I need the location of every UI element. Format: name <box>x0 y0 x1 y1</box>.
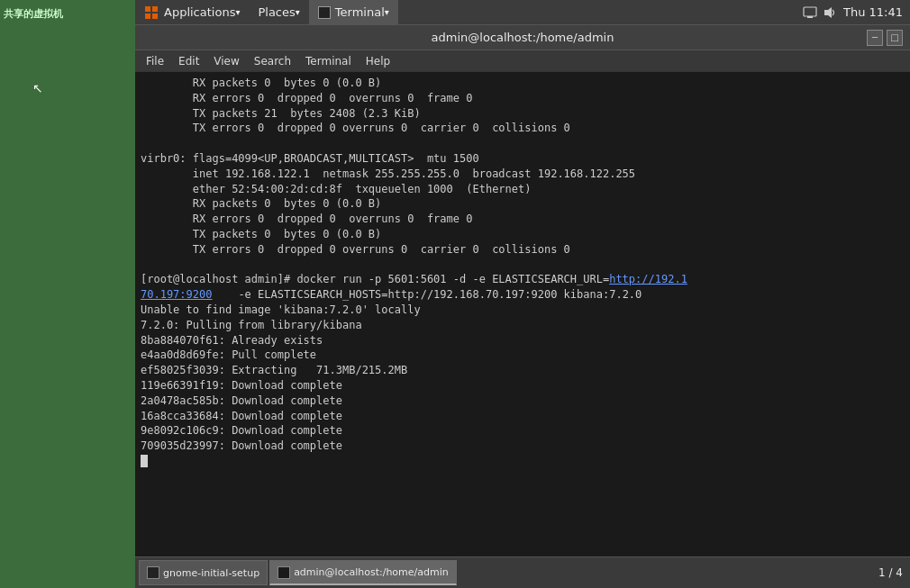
apps-icon <box>144 5 159 20</box>
terminal-output[interactable]: RX packets 0 bytes 0 (0.0 B) RX errors 0… <box>135 72 910 556</box>
places-menu[interactable]: Places <box>249 0 308 25</box>
terminal-title: admin@localhost:/home/admin <box>178 31 867 44</box>
terminal-window: admin@localhost:/home/admin ─ □ File Edi… <box>135 25 910 556</box>
window-controls: ─ □ <box>867 30 903 46</box>
places-label: Places <box>258 5 295 19</box>
terminal-task-label: admin@localhost:/home/admin <box>294 566 449 578</box>
url-link[interactable]: http://192.1 <box>609 273 687 285</box>
svg-rect-2 <box>145 14 150 19</box>
terminal-titlebar: admin@localhost:/home/admin ─ □ <box>135 25 910 50</box>
terminal-applet[interactable]: Terminal <box>309 0 398 25</box>
sys-bar-left: Applications Places Terminal <box>135 0 803 25</box>
menu-search[interactable]: Search <box>247 50 298 72</box>
url-link-2[interactable]: 70.197:9200 <box>141 288 212 301</box>
clock-display: Thu 11:41 <box>843 5 903 19</box>
sys-tray-icons <box>803 5 836 20</box>
terminal-task-icon <box>278 566 290 579</box>
svg-marker-6 <box>824 7 832 18</box>
taskbar-item-gnome-setup[interactable]: gnome-initial-setup <box>139 560 268 585</box>
svg-rect-0 <box>145 6 150 12</box>
svg-rect-4 <box>804 7 816 16</box>
svg-rect-5 <box>807 16 813 18</box>
svg-rect-3 <box>152 14 158 19</box>
sys-bar-right: Thu 11:41 <box>803 5 910 20</box>
svg-rect-1 <box>152 6 158 12</box>
menu-help[interactable]: Help <box>359 50 397 72</box>
minimize-button[interactable]: ─ <box>867 30 883 46</box>
cursor-block <box>141 455 148 467</box>
setup-task-icon <box>147 566 159 579</box>
desktop: 共享的虚拟机 ↖ <box>0 0 135 588</box>
terminal-menubar: File Edit View Search Terminal Help <box>135 50 910 72</box>
terminal-app-icon <box>318 6 331 19</box>
screen-icon <box>803 5 817 20</box>
cursor-icon: ↖ <box>32 81 43 95</box>
window-area: Applications Places Terminal <box>135 0 910 588</box>
maximize-button[interactable]: □ <box>887 30 903 46</box>
taskbar-item-terminal[interactable]: admin@localhost:/home/admin <box>269 560 457 585</box>
menu-view[interactable]: View <box>206 50 246 72</box>
terminal-app-label: Terminal <box>335 5 385 19</box>
desktop-label: 共享的虚拟机 <box>4 7 63 21</box>
applications-label: Applications <box>164 5 235 19</box>
system-bar: Applications Places Terminal <box>135 0 910 25</box>
menu-file[interactable]: File <box>139 50 171 72</box>
volume-icon <box>822 5 836 20</box>
taskbar-items: gnome-initial-setup admin@localhost:/hom… <box>135 560 878 585</box>
setup-task-label: gnome-initial-setup <box>163 567 259 579</box>
menu-terminal[interactable]: Terminal <box>298 50 359 72</box>
menu-edit[interactable]: Edit <box>171 50 206 72</box>
taskbar: gnome-initial-setup admin@localhost:/hom… <box>135 556 910 588</box>
workspace-pager[interactable]: 1 / 4 <box>878 566 910 579</box>
applications-menu[interactable]: Applications <box>135 0 249 25</box>
